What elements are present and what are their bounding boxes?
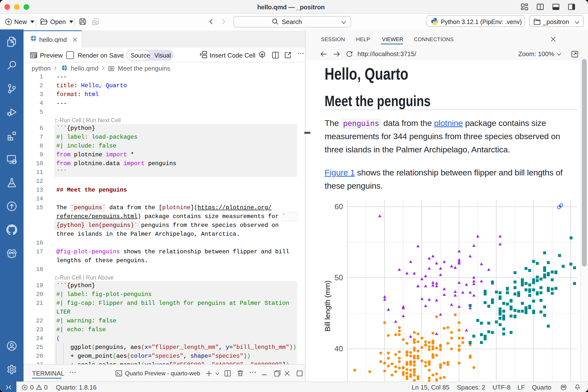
svg-text:60: 60: [335, 202, 343, 211]
svg-text:50: 50: [335, 274, 343, 282]
svg-text:Bill length (mm): Bill length (mm): [324, 280, 332, 332]
svg-text:40: 40: [335, 344, 343, 353]
